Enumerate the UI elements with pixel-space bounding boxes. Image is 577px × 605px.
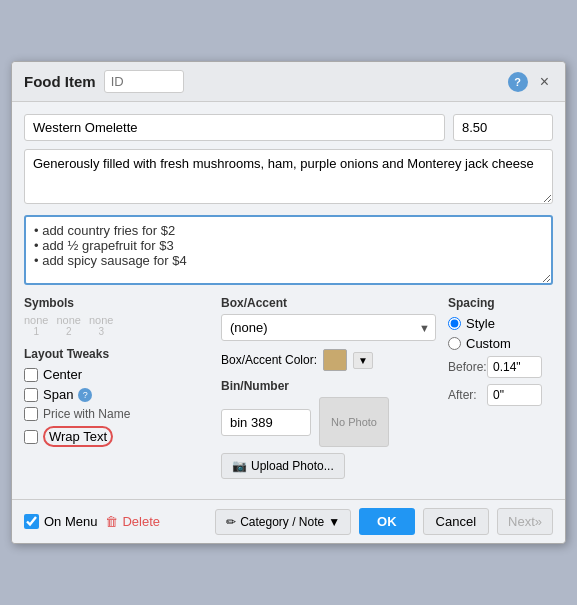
mid-column: Box/Accent (none) Box Accent ▼ Box/Accen…	[221, 296, 436, 487]
symbols-label: Symbols	[24, 296, 209, 310]
symbols-row: none 1 none 2 none 3	[24, 314, 209, 337]
symbol-2-text: none	[56, 314, 80, 326]
modal-footer: On Menu 🗑 Delete ✏ Category / Note ▼ OK …	[12, 499, 565, 543]
delete-label: Delete	[122, 514, 160, 529]
pencil-icon: ✏	[226, 515, 236, 529]
custom-radio-row: Custom	[448, 336, 553, 351]
style-radio-label: Style	[466, 316, 495, 331]
symbol-3-text: none	[89, 314, 113, 326]
span-checkbox-row: Span ?	[24, 387, 209, 402]
box-accent-color-label: Box/Accent Color:	[221, 353, 317, 367]
center-checkbox[interactable]	[24, 368, 38, 382]
name-price-row	[24, 114, 553, 141]
span-label: Span	[43, 387, 73, 402]
span-checkbox[interactable]	[24, 388, 38, 402]
before-label: Before:	[448, 360, 483, 374]
span-help-badge[interactable]: ?	[78, 388, 92, 402]
description-textarea[interactable]: Generously filled with fresh mushrooms, …	[24, 149, 553, 204]
category-label: Category / Note	[240, 515, 324, 529]
style-radio-row: Style	[448, 316, 553, 331]
help-button[interactable]: ?	[508, 72, 528, 92]
symbol-1-text: none	[24, 314, 48, 326]
modal-header: Food Item ? ×	[12, 62, 565, 102]
symbol-3[interactable]: none 3	[89, 314, 113, 337]
after-label: After:	[448, 388, 483, 402]
category-note-button[interactable]: ✏ Category / Note ▼	[215, 509, 351, 535]
color-dropdown-button[interactable]: ▼	[353, 352, 373, 369]
wrap-text-circle: Wrap Text	[43, 426, 113, 447]
style-radio[interactable]	[448, 317, 461, 330]
price-name-checkbox-row: Price with Name	[24, 407, 209, 421]
upload-label: Upload Photo...	[251, 459, 334, 473]
symbol-1[interactable]: none 1	[24, 314, 48, 337]
after-field-row: After:	[448, 384, 553, 406]
item-price-input[interactable]	[453, 114, 553, 141]
right-column: Spacing Style Custom Before: After:	[448, 296, 553, 412]
cancel-button[interactable]: Cancel	[423, 508, 489, 535]
symbol-2-num: 2	[66, 326, 72, 337]
delete-button[interactable]: 🗑 Delete	[105, 514, 160, 529]
on-menu-checkbox[interactable]	[24, 514, 39, 529]
center-label: Center	[43, 367, 82, 382]
no-photo-label: No Photo	[331, 416, 377, 428]
box-accent-color-row: Box/Accent Color: ▼	[221, 349, 436, 371]
on-menu-label: On Menu	[44, 514, 97, 529]
price-name-checkbox[interactable]	[24, 407, 38, 421]
camera-icon: 📷	[232, 459, 247, 473]
wrap-text-checkbox[interactable]	[24, 430, 38, 444]
no-photo-box: No Photo	[319, 397, 389, 447]
after-input[interactable]	[487, 384, 542, 406]
ok-button[interactable]: OK	[359, 508, 415, 535]
bin-row: No Photo	[221, 397, 436, 447]
color-swatch[interactable]	[323, 349, 347, 371]
symbol-3-num: 3	[98, 326, 104, 337]
symbol-2[interactable]: none 2	[56, 314, 80, 337]
price-name-label: Price with Name	[43, 407, 130, 421]
left-column: Symbols none 1 none 2 none 3 Layout	[24, 296, 209, 452]
layout-tweaks-label: Layout Tweaks	[24, 347, 209, 361]
id-input[interactable]	[104, 70, 184, 93]
before-input[interactable]	[487, 356, 542, 378]
bottom-section: Symbols none 1 none 2 none 3 Layout	[24, 296, 553, 487]
wrap-text-checkbox-row: Wrap Text	[24, 426, 209, 447]
trash-icon: 🗑	[105, 514, 118, 529]
on-menu-row: On Menu	[24, 514, 97, 529]
before-field-row: Before:	[448, 356, 553, 378]
modal-body: Generously filled with fresh mushrooms, …	[12, 102, 565, 499]
bin-input[interactable]	[221, 409, 311, 436]
symbol-1-num: 1	[33, 326, 39, 337]
wrap-text-label: Wrap Text	[49, 429, 107, 444]
box-accent-select[interactable]: (none) Box Accent	[221, 314, 436, 341]
category-arrow-icon: ▼	[328, 515, 340, 529]
food-item-modal: Food Item ? × Generously filled with fre…	[11, 61, 566, 544]
bin-number-label: Bin/Number	[221, 379, 436, 393]
custom-radio[interactable]	[448, 337, 461, 350]
item-name-input[interactable]	[24, 114, 445, 141]
upload-photo-button[interactable]: 📷 Upload Photo...	[221, 453, 345, 479]
addons-textarea[interactable]: • add country fries for $2 • add ½ grape…	[24, 215, 553, 285]
center-checkbox-row: Center	[24, 367, 209, 382]
bin-section: Bin/Number No Photo 📷 Upload Photo...	[221, 379, 436, 479]
spacing-label: Spacing	[448, 296, 553, 310]
modal-title: Food Item	[24, 73, 96, 90]
custom-radio-label: Custom	[466, 336, 511, 351]
box-accent-select-wrap: (none) Box Accent ▼	[221, 314, 436, 341]
next-button[interactable]: Next»	[497, 508, 553, 535]
box-accent-label: Box/Accent	[221, 296, 436, 310]
close-button[interactable]: ×	[536, 73, 553, 91]
